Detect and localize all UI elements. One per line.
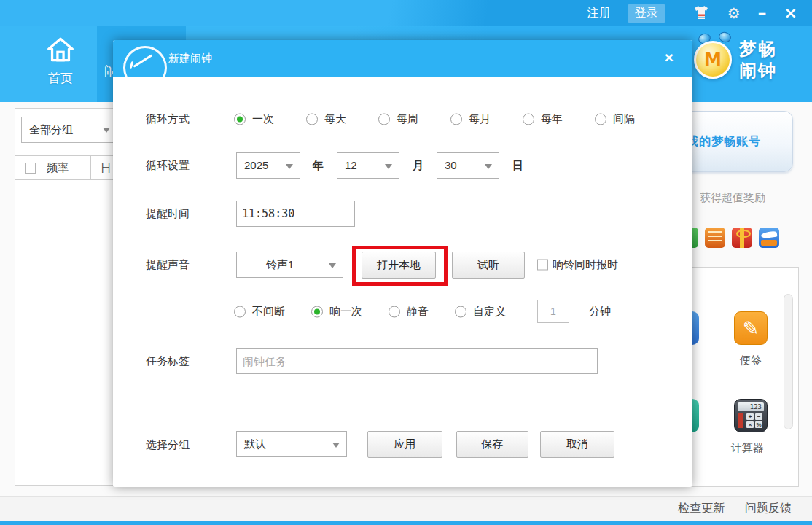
pencil-icon: ✎ bbox=[743, 317, 760, 340]
row-loop-setting: 循环设置 2025 年 12 月 30 日 bbox=[113, 151, 692, 180]
unit-month: 月 bbox=[413, 159, 423, 173]
month-select[interactable]: 12 bbox=[337, 152, 399, 179]
preview-button[interactable]: 试听 bbox=[452, 252, 525, 279]
radio-yearly[interactable]: 每年 bbox=[523, 112, 563, 126]
radio-silent[interactable]: 静音 bbox=[389, 305, 429, 319]
radio-ring-once[interactable]: 响一次 bbox=[311, 305, 362, 319]
radio-monthly[interactable]: 每月 bbox=[450, 112, 491, 126]
dialog-title: 新建闹钟 bbox=[168, 52, 212, 66]
radio-once[interactable]: 一次 bbox=[234, 112, 274, 126]
radio-dot bbox=[234, 306, 246, 317]
calculator-label: 计算器 bbox=[731, 441, 764, 455]
group-label: 选择分组 bbox=[146, 438, 190, 452]
tab-home[interactable]: 首页 bbox=[38, 36, 83, 87]
sticky-note-label: 便签 bbox=[740, 354, 762, 368]
task-input[interactable] bbox=[236, 348, 598, 374]
open-local-button[interactable]: 打开本地 bbox=[362, 252, 436, 279]
chevron-down-icon bbox=[329, 263, 336, 268]
close-button[interactable]: × bbox=[784, 5, 797, 21]
radio-daily[interactable]: 每天 bbox=[306, 112, 346, 126]
app-logo-text: 梦畅 闹钟 bbox=[739, 38, 777, 82]
radio-dot bbox=[523, 113, 534, 125]
dialog-titlebar: 新建闹钟 × bbox=[113, 40, 692, 77]
chime-checkbox[interactable] bbox=[537, 260, 548, 271]
feedback-link[interactable]: 问题反馈 bbox=[745, 501, 792, 516]
save-button[interactable]: 保存 bbox=[456, 431, 528, 458]
rewards-hint: 获得超值奖励 bbox=[700, 191, 795, 205]
chevron-down-icon bbox=[332, 443, 340, 448]
chevron-down-icon bbox=[103, 128, 110, 133]
clock-logo-icon: M bbox=[694, 41, 732, 79]
clock-outline-icon bbox=[123, 46, 167, 77]
unit-day: 日 bbox=[512, 159, 523, 173]
gift-icon[interactable] bbox=[732, 228, 752, 248]
check-update-link[interactable]: 检查更新 bbox=[678, 501, 725, 516]
travel-icon[interactable] bbox=[759, 228, 779, 248]
ringtone-select[interactable]: 铃声1 bbox=[236, 252, 343, 278]
apply-button[interactable]: 应用 bbox=[367, 431, 442, 458]
group-select[interactable]: 默认 bbox=[236, 431, 347, 457]
sound-label: 提醒声音 bbox=[146, 258, 190, 272]
abacus-icon[interactable] bbox=[705, 228, 725, 248]
unit-year: 年 bbox=[313, 159, 324, 173]
chevron-down-icon bbox=[485, 164, 492, 169]
calculator-display: 123 bbox=[738, 402, 764, 411]
radio-custom[interactable]: 自定义 bbox=[455, 305, 506, 319]
chevron-down-icon bbox=[286, 164, 293, 169]
radio-dot bbox=[234, 113, 246, 125]
tab-home-label: 首页 bbox=[38, 70, 83, 87]
titlebar: 注册 登录 ⚙ – × bbox=[0, 0, 812, 26]
chevron-down-icon bbox=[385, 164, 392, 169]
year-select[interactable]: 2025 bbox=[236, 152, 300, 179]
status-bar: 检查更新 问题反馈 bbox=[0, 496, 812, 521]
remind-time-input[interactable] bbox=[236, 201, 355, 227]
sticky-note-icon[interactable]: ✎ bbox=[734, 311, 768, 345]
row-task: 任务标签 bbox=[113, 346, 692, 376]
radio-dot bbox=[450, 113, 462, 125]
radio-dot bbox=[595, 113, 606, 125]
loop-mode-radios: 一次 每天 每周 每月 每年 间隔 bbox=[234, 112, 635, 126]
column-date: 日 bbox=[101, 161, 112, 175]
radio-dot bbox=[306, 113, 318, 125]
radio-dot bbox=[389, 306, 400, 317]
loop-mode-label: 循环方式 bbox=[146, 112, 190, 126]
skin-icon[interactable] bbox=[692, 4, 710, 23]
register-link[interactable]: 注册 bbox=[587, 6, 611, 21]
settings-gear-icon[interactable]: ⚙ bbox=[727, 6, 741, 20]
remind-time-label: 提醒时间 bbox=[146, 207, 190, 221]
login-button[interactable]: 登录 bbox=[628, 4, 665, 23]
home-icon bbox=[45, 36, 76, 63]
ring-mode-radios: 不间断 响一次 静音 自定义 bbox=[234, 305, 506, 319]
custom-minutes-unit: 分钟 bbox=[589, 305, 611, 319]
row-ring-mode: 不间断 响一次 静音 自定义 分钟 bbox=[113, 297, 692, 326]
dialog-close-button[interactable]: × bbox=[665, 50, 674, 65]
radio-dot bbox=[455, 306, 466, 317]
new-alarm-dialog: 新建闹钟 × 循环方式 一次 每天 每周 每月 每年 bbox=[113, 40, 692, 487]
minimize-button[interactable]: – bbox=[758, 8, 767, 18]
radio-dot bbox=[378, 113, 390, 125]
reward-icons-row bbox=[678, 228, 779, 248]
group-filter-select[interactable]: 全部分组 bbox=[21, 117, 117, 143]
calculator-icon[interactable]: 123 + − × % bbox=[734, 399, 768, 432]
column-divider bbox=[90, 155, 91, 180]
row-loop-mode: 循环方式 一次 每天 每周 每月 每年 bbox=[113, 104, 692, 133]
row-remind-time: 提醒时间 bbox=[113, 199, 692, 228]
select-all-checkbox[interactable] bbox=[25, 163, 36, 174]
day-select[interactable]: 30 bbox=[437, 152, 499, 179]
cancel-button[interactable]: 取消 bbox=[540, 431, 614, 458]
bottom-accent-strip bbox=[0, 521, 812, 525]
chime-label: 响铃同时报时 bbox=[553, 258, 618, 272]
app-logo: M 梦畅 闹钟 bbox=[692, 29, 808, 99]
tools-scrollbar[interactable] bbox=[784, 294, 793, 429]
custom-minutes-input[interactable] bbox=[537, 300, 569, 323]
radio-dot bbox=[311, 306, 323, 317]
radio-interval[interactable]: 间隔 bbox=[595, 112, 635, 126]
row-sound: 提醒声音 铃声1 打开本地 试听 响铃同时报时 bbox=[113, 250, 692, 279]
row-group: 选择分组 默认 应用 保存 取消 bbox=[113, 430, 692, 459]
task-label: 任务标签 bbox=[146, 354, 190, 368]
column-frequency: 频率 bbox=[47, 161, 69, 175]
radio-weekly[interactable]: 每周 bbox=[378, 112, 418, 126]
shirt-icon bbox=[692, 4, 710, 20]
loop-setting-label: 循环设置 bbox=[146, 159, 190, 173]
radio-continuous[interactable]: 不间断 bbox=[234, 305, 285, 319]
